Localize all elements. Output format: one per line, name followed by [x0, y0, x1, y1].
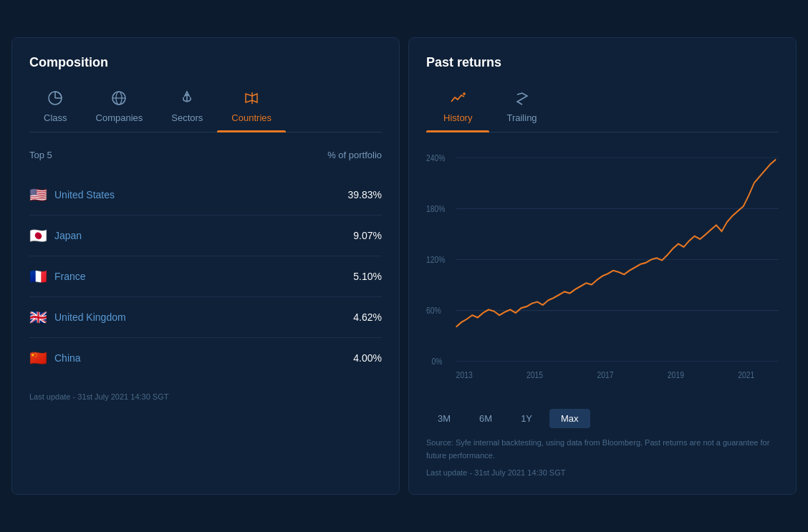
- tab-history[interactable]: History: [426, 84, 489, 132]
- svg-text:240%: 240%: [426, 153, 446, 163]
- country-item-jp: 🇯🇵 Japan 9.07%: [29, 216, 382, 256]
- tab-countries[interactable]: Countries: [217, 84, 286, 132]
- tab-sectors[interactable]: Sectors: [157, 84, 217, 132]
- pct-us: 39.83%: [348, 189, 382, 200]
- past-returns-last-update: Last update - 31st July 2021 14:30 SGT: [426, 468, 779, 477]
- tab-class-label: Class: [44, 112, 67, 123]
- flag-us: 🇺🇸: [29, 186, 47, 203]
- tab-countries-label: Countries: [231, 112, 271, 123]
- svg-text:2021: 2021: [738, 370, 754, 379]
- svg-text:0%: 0%: [432, 357, 443, 367]
- tab-history-label: History: [443, 112, 472, 123]
- flag-cn: 🇨🇳: [29, 349, 47, 367]
- tab-companies-label: Companies: [96, 112, 143, 123]
- time-buttons: 3M 6M 1Y Max: [426, 406, 779, 428]
- btn-6m[interactable]: 6M: [468, 409, 504, 428]
- svg-text:2015: 2015: [526, 370, 543, 379]
- pct-cn: 4.00%: [353, 352, 382, 364]
- section-header: Top 5 % of portfolio: [29, 150, 382, 160]
- pct-fr: 5.10%: [353, 271, 382, 282]
- past-returns-panel: Past returns History Trai: [408, 37, 797, 494]
- svg-text:2017: 2017: [597, 370, 613, 379]
- pct-uk: 4.62%: [353, 311, 382, 323]
- chart-area: 240% 180% 120% 60% 0% 2013 2015 2017 201…: [426, 147, 779, 397]
- svg-text:60%: 60%: [426, 306, 441, 316]
- svg-text:180%: 180%: [426, 204, 446, 213]
- btn-1y[interactable]: 1Y: [509, 409, 544, 428]
- main-container: Composition Class: [11, 37, 797, 494]
- portfolio-label: % of portfolio: [327, 150, 382, 160]
- svg-text:2013: 2013: [456, 370, 473, 379]
- tab-class[interactable]: Class: [29, 84, 82, 132]
- country-name-us: United States: [54, 189, 115, 200]
- composition-title: Composition: [29, 55, 382, 70]
- svg-text:120%: 120%: [426, 256, 446, 265]
- source-text: Source: Syfe internal backtesting, using…: [426, 437, 779, 462]
- country-name-uk: United Kingdom: [54, 311, 126, 323]
- tab-trailing-label: Trailing: [506, 112, 537, 123]
- country-item-cn: 🇨🇳 China 4.00%: [29, 338, 382, 378]
- pct-jp: 9.07%: [353, 230, 382, 241]
- country-item-us: 🇺🇸 United States 39.83%: [29, 175, 382, 216]
- flag-jp: 🇯🇵: [29, 227, 47, 244]
- trailing-icon: [514, 90, 530, 108]
- btn-max[interactable]: Max: [549, 409, 590, 428]
- top5-label: Top 5: [29, 150, 52, 160]
- country-name-cn: China: [54, 352, 81, 364]
- countries-icon: [244, 90, 259, 108]
- country-name-jp: Japan: [54, 230, 82, 241]
- composition-tab-bar: Class Companies: [29, 84, 382, 132]
- chart-svg: 240% 180% 120% 60% 0% 2013 2015 2017 201…: [426, 147, 779, 397]
- tab-trailing[interactable]: Trailing: [489, 84, 554, 132]
- flag-fr: 🇫🇷: [29, 268, 47, 285]
- past-returns-title: Past returns: [426, 55, 779, 70]
- class-icon: [47, 90, 63, 108]
- flag-uk: 🇬🇧: [29, 309, 47, 326]
- companies-icon: [111, 90, 127, 108]
- country-list: 🇺🇸 United States 39.83% 🇯🇵 Japan 9.07% 🇫…: [29, 175, 382, 378]
- sectors-icon: [179, 90, 195, 108]
- btn-3m[interactable]: 3M: [426, 409, 462, 428]
- country-item-fr: 🇫🇷 France 5.10%: [29, 256, 382, 297]
- composition-last-update: Last update - 31st July 2021 14:30 SGT: [29, 392, 382, 401]
- tab-sectors-label: Sectors: [171, 112, 203, 123]
- country-name-fr: France: [54, 271, 86, 282]
- svg-text:2019: 2019: [668, 370, 684, 379]
- tab-companies[interactable]: Companies: [82, 84, 158, 132]
- country-item-uk: 🇬🇧 United Kingdom 4.62%: [29, 297, 382, 338]
- composition-panel: Composition Class: [11, 37, 400, 494]
- chart-tab-bar: History Trailing: [426, 84, 779, 132]
- history-icon: [450, 90, 466, 108]
